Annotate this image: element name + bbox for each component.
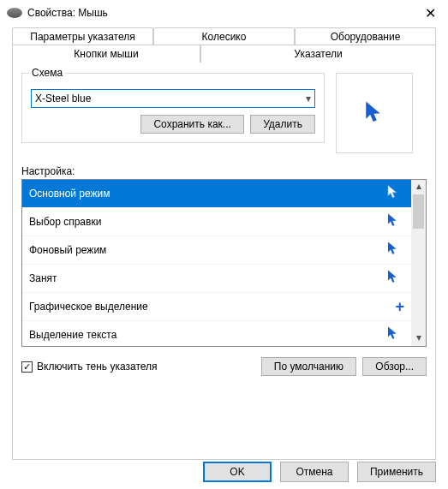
list-item[interactable]: Выбор справки <box>22 208 411 236</box>
cursor-arrow-icon <box>385 184 401 204</box>
list-item[interactable]: Фоновый режим <box>22 236 411 265</box>
precision-icon: + <box>395 298 404 316</box>
tabs: Параметры указателя Колесико Оборудовани… <box>0 26 448 63</box>
customize-label: Настройка: <box>21 165 427 177</box>
scheme-selected: X-Steel blue <box>35 92 306 104</box>
tab-content: Схема X-Steel blue ▾ Сохранить как... Уд… <box>12 62 436 460</box>
cursor-arrow-icon <box>385 269 401 289</box>
tab-pointers[interactable]: Указатели <box>200 45 436 63</box>
defaults-button[interactable]: По умолчанию <box>261 357 356 376</box>
cursor-arrow-icon <box>385 325 401 345</box>
tab-wheel[interactable]: Колесико <box>153 27 295 45</box>
save-as-button[interactable]: Сохранить как... <box>140 115 243 134</box>
cursor-preview <box>336 73 413 153</box>
cursor-arrow-icon <box>385 212 401 232</box>
scheme-dropdown[interactable]: X-Steel blue ▾ <box>31 89 315 108</box>
window-title: Свойства: Мышь <box>27 7 420 19</box>
list-item[interactable]: Занят <box>22 265 411 293</box>
dialog-footer: OK Отмена Применить <box>200 462 436 482</box>
list-item[interactable]: Основной режим <box>22 180 411 208</box>
pointer-shadow-label: Включить тень указателя <box>37 361 158 373</box>
list-item[interactable]: Графическое выделение + <box>22 293 411 321</box>
scheme-group: Схема X-Steel blue ▾ Сохранить как... Уд… <box>21 73 325 143</box>
ok-button[interactable]: OK <box>203 462 272 482</box>
chevron-down-icon: ▾ <box>306 92 311 104</box>
cursor-arrow-icon <box>385 241 401 260</box>
tab-buttons[interactable]: Кнопки мыши <box>12 45 200 63</box>
scrollbar[interactable]: ▴ ▾ <box>411 180 426 346</box>
browse-button[interactable]: Обзор... <box>362 357 427 376</box>
pointer-list: Основной режим Выбор справки Фоновый реж… <box>21 179 427 347</box>
scroll-thumb[interactable] <box>413 194 424 229</box>
cursor-arrow-icon <box>362 100 386 127</box>
delete-button[interactable]: Удалить <box>250 115 315 134</box>
list-item[interactable]: Выделение текста <box>22 321 411 346</box>
titlebar: Свойства: Мышь ✕ <box>0 0 448 26</box>
scheme-label: Схема <box>29 67 65 79</box>
apply-button[interactable]: Применить <box>357 462 436 482</box>
scroll-up-icon[interactable]: ▴ <box>411 180 426 194</box>
pointer-shadow-checkbox[interactable]: ✓ <box>21 361 33 373</box>
cancel-button[interactable]: Отмена <box>280 462 349 482</box>
scroll-down-icon[interactable]: ▾ <box>411 331 426 346</box>
close-icon[interactable]: ✕ <box>420 5 441 21</box>
tab-pointer-options[interactable]: Параметры указателя <box>12 27 153 45</box>
check-icon: ✓ <box>23 362 31 372</box>
mouse-icon <box>7 8 22 18</box>
tab-hardware[interactable]: Оборудование <box>295 27 436 45</box>
